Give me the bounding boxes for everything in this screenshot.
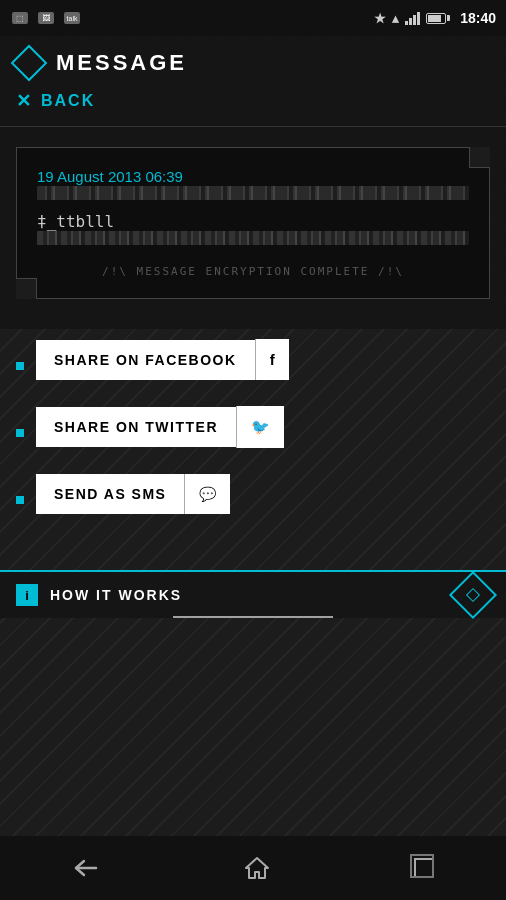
battery-icon [426, 13, 450, 24]
twitter-icon: 🐦 [236, 406, 284, 448]
back-button[interactable]: ✕ BACK [0, 86, 506, 126]
svg-marker-1 [246, 858, 268, 878]
top-section: MESSAGE ✕ BACK 19 August 2013 06:39 ‡_tt… [0, 36, 506, 329]
home-nav-icon [244, 856, 270, 880]
talk-icon: talk [64, 12, 80, 24]
page-title: MESSAGE [56, 50, 187, 76]
message-card: 19 August 2013 06:39 ‡_ttblll /!\ MESSAG… [16, 147, 490, 299]
sms-icon: 💬 [184, 474, 230, 514]
home-nav-button[interactable] [224, 846, 290, 890]
message-body: ‡_ttblll [37, 212, 469, 231]
message-date: 19 August 2013 06:39 [37, 168, 469, 186]
status-bar-right: ★ ▴ 18:40 [374, 10, 496, 26]
back-nav-icon [72, 857, 100, 879]
status-bar: ⬚ 🖼 talk ★ ▴ 18:40 [0, 0, 506, 36]
main-content: MESSAGE ✕ BACK 19 August 2013 06:39 ‡_tt… [0, 36, 506, 836]
share-twitter-button[interactable]: SHARE ON TWITTER 🐦 [36, 406, 284, 448]
diamond-button[interactable] [449, 571, 497, 619]
how-it-works-bar[interactable]: i HOW IT WORKS [0, 570, 506, 618]
bottom-indicator-bar [173, 616, 333, 618]
diamond-inner-icon [466, 588, 480, 602]
encryption-status: /!\ MESSAGE ENCRYPTION COMPLETE /!\ [37, 265, 469, 278]
bottom-nav [0, 836, 506, 900]
buttons-section: SHARE ON FACEBOOK f SHARE ON TWITTER 🐦 S… [0, 329, 506, 550]
twitter-share-row: SHARE ON TWITTER 🐦 [16, 406, 490, 460]
screenshot-icon: ⬚ [12, 12, 28, 24]
sms-dot-icon [16, 496, 24, 504]
time-display: 18:40 [460, 10, 496, 26]
send-sms-button[interactable]: SEND AS SMS 💬 [36, 474, 230, 514]
info-icon: i [16, 584, 38, 606]
status-bar-notifications: ⬚ 🖼 talk [10, 12, 82, 24]
twitter-label: SHARE ON TWITTER [36, 407, 236, 447]
back-label: BACK [41, 92, 95, 110]
how-it-works-label: HOW IT WORKS [50, 587, 182, 603]
twitter-dot-icon [16, 429, 24, 437]
sms-label: SEND AS SMS [36, 474, 184, 514]
back-x-icon: ✕ [16, 90, 31, 112]
wifi-icon: ▴ [392, 11, 399, 26]
encrypted-bar-2 [37, 231, 469, 245]
facebook-dot-icon [16, 362, 24, 370]
sms-share-row: SEND AS SMS 💬 [16, 474, 490, 526]
signal-icon [405, 12, 420, 25]
back-nav-button[interactable] [52, 847, 120, 889]
encrypted-bar-1 [37, 186, 469, 200]
recents-nav-button[interactable] [394, 848, 454, 888]
header-diamond-icon [11, 45, 48, 82]
recents-nav-icon [414, 858, 434, 878]
header: MESSAGE [0, 36, 506, 86]
image-icon: 🖼 [38, 12, 54, 24]
facebook-label: SHARE ON FACEBOOK [36, 340, 255, 380]
share-facebook-button[interactable]: SHARE ON FACEBOOK f [36, 339, 289, 380]
header-divider [0, 126, 506, 127]
facebook-share-row: SHARE ON FACEBOOK f [16, 339, 490, 392]
facebook-icon: f [255, 339, 289, 380]
bluetooth-icon: ★ [374, 11, 386, 26]
